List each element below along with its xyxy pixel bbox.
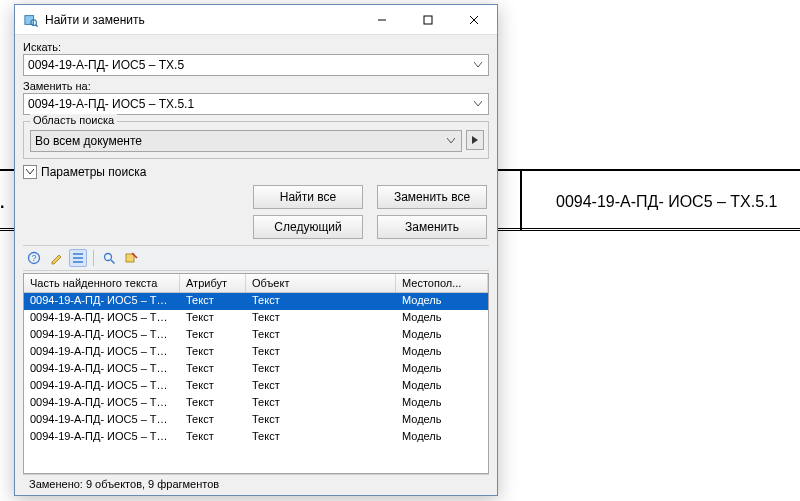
- table-cell: Текст: [180, 310, 246, 327]
- table-cell: Текст: [180, 378, 246, 395]
- maximize-button[interactable]: [405, 5, 451, 34]
- params-title: Параметры поиска: [41, 165, 146, 179]
- table-cell: Модель: [396, 310, 488, 327]
- table-cell: Текст: [180, 293, 246, 310]
- app-icon: [23, 12, 39, 28]
- svg-rect-14: [126, 254, 134, 262]
- scope-title: Область поиска: [30, 114, 117, 126]
- minimize-button[interactable]: [359, 5, 405, 34]
- table-row[interactable]: 0094-19-А-ПД- ИОС5 – ТХ.5.1ТекстТекстМод…: [24, 429, 488, 446]
- table-cell: Текст: [246, 378, 396, 395]
- col-header-location[interactable]: Местопол...: [396, 274, 488, 292]
- table-cell: Модель: [396, 293, 488, 310]
- search-value: 0094-19-А-ПД- ИОС5 – ТХ.5: [28, 55, 470, 75]
- chevron-down-icon[interactable]: [470, 56, 486, 74]
- magnifier-icon[interactable]: [100, 249, 118, 267]
- table-cell: Текст: [246, 310, 396, 327]
- results-table[interactable]: Часть найденного текста Атрибут Объект М…: [23, 273, 489, 474]
- table-cell: 0094-19-А-ПД- ИОС5 – ТХ.5.1: [24, 361, 180, 378]
- table-row[interactable]: 0094-19-А-ПД- ИОС5 – ТХ.5.1ТекстТекстМод…: [24, 310, 488, 327]
- table-row[interactable]: 0094-19-А-ПД- ИОС5 – ТХ.5.1ТекстТекстМод…: [24, 293, 488, 310]
- replace-value: 0094-19-А-ПД- ИОС5 – ТХ.5.1: [28, 94, 470, 114]
- table-cell: Модель: [396, 395, 488, 412]
- table-cell: Текст: [180, 395, 246, 412]
- find-all-button[interactable]: Найти все: [253, 185, 363, 209]
- table-row[interactable]: 0094-19-А-ПД- ИОС5 – ТХ.5.1ТекстТекстМод…: [24, 361, 488, 378]
- table-cell: Текст: [180, 412, 246, 429]
- table-cell: Текст: [246, 395, 396, 412]
- help-icon[interactable]: ?: [25, 249, 43, 267]
- table-cell: Модель: [396, 327, 488, 344]
- table-cell: Текст: [180, 429, 246, 446]
- table-row[interactable]: 0094-19-А-ПД- ИОС5 – ТХ.5.1ТекстТекстМод…: [24, 395, 488, 412]
- table-cell: 0094-19-А-ПД- ИОС5 – ТХ.5.1: [24, 344, 180, 361]
- close-button[interactable]: [451, 5, 497, 34]
- search-scope-group: Область поиска Во всем документе: [23, 121, 489, 159]
- params-expander[interactable]: Параметры поиска: [23, 165, 489, 179]
- table-cell: Текст: [246, 361, 396, 378]
- table-cell: Текст: [246, 412, 396, 429]
- table-cell: Текст: [246, 429, 396, 446]
- table-cell: 0094-19-А-ПД- ИОС5 – ТХ.5.1: [24, 378, 180, 395]
- col-header-text[interactable]: Часть найденного текста: [24, 274, 180, 292]
- edit-icon[interactable]: [47, 249, 65, 267]
- status-bar: Заменено: 9 объектов, 9 фрагментов: [23, 474, 489, 493]
- table-cell: Модель: [396, 361, 488, 378]
- scope-combo[interactable]: Во всем документе: [30, 130, 462, 152]
- table-cell: Модель: [396, 412, 488, 429]
- table-row[interactable]: 0094-19-А-ПД- ИОС5 – ТХ.5.1ТекстТекстМод…: [24, 327, 488, 344]
- table-cell: 0094-19-А-ПД- ИОС5 – ТХ.5.1: [24, 412, 180, 429]
- search-label: Искать:: [23, 41, 489, 53]
- svg-rect-4: [424, 16, 432, 24]
- svg-line-2: [36, 24, 38, 26]
- table-cell: 0094-19-А-ПД- ИОС5 – ТХ.5.1: [24, 293, 180, 310]
- table-cell: Текст: [246, 327, 396, 344]
- list-view-icon[interactable]: [69, 249, 87, 267]
- find-replace-dialog: Найти и заменить Искать: 0094-19-А-ПД- И…: [14, 4, 498, 496]
- search-combo[interactable]: 0094-19-А-ПД- ИОС5 – ТХ.5: [23, 54, 489, 76]
- svg-line-13: [111, 260, 115, 264]
- replace-all-button[interactable]: Заменить все: [377, 185, 487, 209]
- table-cell: Модель: [396, 429, 488, 446]
- table-cell: 0094-19-А-ПД- ИОС5 – ТХ.5.1: [24, 395, 180, 412]
- table-cell: 0094-19-А-ПД- ИОС5 – ТХ.5.1: [24, 310, 180, 327]
- replace-combo[interactable]: 0094-19-А-ПД- ИОС5 – ТХ.5.1: [23, 93, 489, 115]
- chevron-down-icon[interactable]: [470, 95, 486, 113]
- table-cell: Модель: [396, 344, 488, 361]
- titlebar[interactable]: Найти и заменить: [15, 5, 497, 35]
- table-cell: Текст: [246, 344, 396, 361]
- table-row[interactable]: 0094-19-А-ПД- ИОС5 – ТХ.5.1ТекстТекстМод…: [24, 412, 488, 429]
- chevron-down-icon[interactable]: [443, 132, 459, 150]
- replace-label: Заменить на:: [23, 80, 489, 92]
- chevron-down-icon[interactable]: [23, 165, 37, 179]
- scope-value: Во всем документе: [35, 131, 443, 151]
- table-cell: Текст: [180, 361, 246, 378]
- doc-row-number: .: [0, 194, 4, 212]
- svg-text:?: ?: [31, 253, 36, 263]
- table-cell: 0094-19-А-ПД- ИОС5 – ТХ.5.1: [24, 429, 180, 446]
- table-row[interactable]: 0094-19-А-ПД- ИОС5 – ТХ.5.1ТекстТекстМод…: [24, 378, 488, 395]
- go-button[interactable]: [466, 130, 484, 150]
- window-title: Найти и заменить: [45, 13, 359, 27]
- table-cell: Модель: [396, 378, 488, 395]
- replace-button[interactable]: Заменить: [377, 215, 487, 239]
- doc-cell-value: 0094-19-А-ПД- ИОС5 – ТХ.5.1: [556, 193, 777, 211]
- svg-point-12: [105, 254, 112, 261]
- table-cell: Текст: [180, 344, 246, 361]
- table-cell: Текст: [180, 327, 246, 344]
- highlight-icon[interactable]: [122, 249, 140, 267]
- col-header-attribute[interactable]: Атрибут: [180, 274, 246, 292]
- table-cell: Текст: [246, 293, 396, 310]
- col-header-object[interactable]: Объект: [246, 274, 396, 292]
- table-row[interactable]: 0094-19-А-ПД- ИОС5 – ТХ.5.1ТекстТекстМод…: [24, 344, 488, 361]
- next-button[interactable]: Следующий: [253, 215, 363, 239]
- table-cell: 0094-19-А-ПД- ИОС5 – ТХ.5.1: [24, 327, 180, 344]
- results-toolbar: ?: [23, 245, 489, 271]
